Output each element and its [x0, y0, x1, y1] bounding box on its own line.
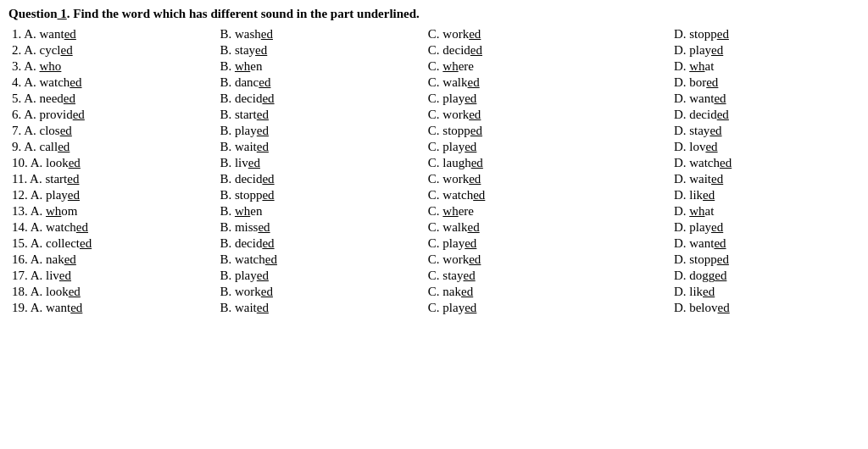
cell-b: B. stopped	[216, 187, 424, 203]
cell-c: C. walked	[425, 219, 670, 236]
cell-d: D. wanted	[670, 91, 860, 107]
table-row: 2. A. cycledB. stayedC. decidedD. played	[8, 42, 860, 58]
cell-d: D. dogged	[670, 268, 860, 284]
cell-a: 16. A. naked	[8, 252, 216, 268]
cell-a: 18. A. looked	[8, 284, 216, 300]
table-row: 19. A. wantedB. waitedC. playedD. belove…	[8, 300, 860, 316]
cell-d: D. decided	[670, 107, 860, 123]
cell-b: B. played	[216, 268, 424, 284]
cell-b: B. played	[216, 123, 424, 139]
cell-a: 2. A. cycled	[8, 42, 216, 58]
cell-d: D. stopped	[670, 26, 860, 42]
cell-a: 9. A. called	[8, 139, 216, 155]
table-row: 13. A. whomB. whenC. whereD. what	[8, 203, 860, 219]
cell-c: C. worked	[425, 252, 670, 268]
table-row: 7. A. closedB. playedC. stoppedD. stayed	[8, 123, 860, 139]
cell-c: C. worked	[425, 107, 670, 123]
table-row: 14. A. watchedB. missedC. walkedD. playe…	[8, 219, 860, 236]
cell-b: B. watched	[216, 252, 424, 268]
cell-c: C. decided	[425, 42, 670, 58]
cell-a: 13. A. whom	[8, 203, 216, 219]
question-text: . Find the word which has different soun…	[67, 7, 420, 20]
cell-a: 3. A. who	[8, 58, 216, 75]
cell-c: C. watched	[425, 187, 670, 203]
cell-c: C. played	[425, 139, 670, 155]
table-row: 3. A. whoB. whenC. whereD. what	[8, 58, 860, 75]
cell-d: D. stopped	[670, 252, 860, 268]
table-row: 9. A. calledB. waitedC. playedD. loved	[8, 139, 860, 155]
cell-c: C. played	[425, 91, 670, 107]
cell-d: D. beloved	[670, 300, 860, 316]
cell-a: 12. A. played	[8, 187, 216, 203]
cell-b: B. decided	[216, 171, 424, 187]
questions-table: 1. A. wantedB. washedC. workedD. stopped…	[8, 26, 860, 316]
table-row: 4. A. watchedB. dancedC. walkedD. bored	[8, 75, 860, 91]
cell-b: B. waited	[216, 139, 424, 155]
cell-b: B. missed	[216, 219, 424, 236]
table-row: 11. A. startedB. decidedC. workedD. wait…	[8, 171, 860, 187]
cell-a: 1. A. wanted	[8, 26, 216, 42]
cell-d: D. liked	[670, 187, 860, 203]
cell-d: D. what	[670, 203, 860, 219]
cell-b: B. stayed	[216, 42, 424, 58]
cell-b: B. when	[216, 58, 424, 75]
table-row: 16. A. nakedB. watchedC. workedD. stoppe…	[8, 252, 860, 268]
cell-b: B. when	[216, 203, 424, 219]
table-row: 5. A. neededB. decidedC. playedD. wanted	[8, 91, 860, 107]
cell-a: 10. A. looked	[8, 155, 216, 171]
cell-d: D. stayed	[670, 123, 860, 139]
cell-b: B. waited	[216, 300, 424, 316]
cell-d: D. liked	[670, 284, 860, 300]
cell-c: C. where	[425, 58, 670, 75]
cell-a: 19. A. wanted	[8, 300, 216, 316]
cell-c: C. stopped	[425, 123, 670, 139]
cell-d: D. wanted	[670, 236, 860, 252]
cell-a: 15. A. collected	[8, 236, 216, 252]
cell-c: C. walked	[425, 75, 670, 91]
table-row: 18. A. lookedB. workedC. nakedD. liked	[8, 284, 860, 300]
cell-a: 7. A. closed	[8, 123, 216, 139]
question-title: Question 1. Find the word which has diff…	[8, 7, 860, 21]
cell-c: C. stayed	[425, 268, 670, 284]
question-prefix: Question	[8, 7, 58, 20]
cell-b: B. started	[216, 107, 424, 123]
cell-d: D. watched	[670, 155, 860, 171]
cell-d: D. played	[670, 219, 860, 236]
table-row: 12. A. playedB. stoppedC. watchedD. like…	[8, 187, 860, 203]
cell-b: B. lived	[216, 155, 424, 171]
question-number: 1	[58, 7, 67, 20]
cell-b: B. washed	[216, 26, 424, 42]
cell-b: B. worked	[216, 284, 424, 300]
cell-b: B. decided	[216, 236, 424, 252]
cell-a: 6. A. provided	[8, 107, 216, 123]
cell-c: C. played	[425, 236, 670, 252]
table-row: 17. A. livedB. playedC. stayedD. dogged	[8, 268, 860, 284]
table-row: 15. A. collectedB. decidedC. playedD. wa…	[8, 236, 860, 252]
cell-b: B. decided	[216, 91, 424, 107]
cell-a: 11. A. started	[8, 171, 216, 187]
cell-a: 5. A. needed	[8, 91, 216, 107]
table-row: 6. A. providedB. startedC. workedD. deci…	[8, 107, 860, 123]
cell-d: D. played	[670, 42, 860, 58]
cell-d: D. bored	[670, 75, 860, 91]
cell-d: D. what	[670, 58, 860, 75]
cell-d: D. waited	[670, 171, 860, 187]
cell-a: 17. A. lived	[8, 268, 216, 284]
cell-c: C. laughed	[425, 155, 670, 171]
cell-c: C. played	[425, 300, 670, 316]
cell-c: C. worked	[425, 26, 670, 42]
cell-a: 14. A. watched	[8, 219, 216, 236]
cell-c: C. where	[425, 203, 670, 219]
table-row: 10. A. lookedB. livedC. laughedD. watche…	[8, 155, 860, 171]
cell-b: B. danced	[216, 75, 424, 91]
cell-d: D. loved	[670, 139, 860, 155]
cell-c: C. naked	[425, 284, 670, 300]
cell-c: C. worked	[425, 171, 670, 187]
table-row: 1. A. wantedB. washedC. workedD. stopped	[8, 26, 860, 42]
cell-a: 4. A. watched	[8, 75, 216, 91]
